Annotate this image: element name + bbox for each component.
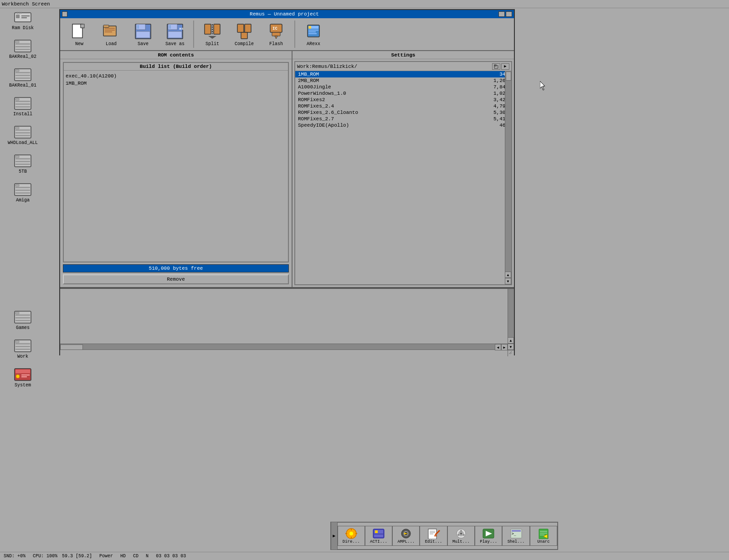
- svg-marker-90: [540, 81, 545, 90]
- path-text: Work:Remus/Blizkick/: [297, 64, 492, 69]
- svg-rect-59: [105, 31, 112, 32]
- unarc-label: Unarc: [537, 539, 549, 544]
- bakreal02-label: BAKReal_02: [9, 54, 36, 59]
- scroll-down-arrow[interactable]: ▼: [505, 278, 511, 284]
- desktop-icon-bakreal01[interactable]: BAKReal_01: [5, 67, 41, 88]
- file-item-speedyide[interactable]: SpeedyIDE(Apollo) 464: [295, 122, 511, 128]
- desktop-icon-system[interactable]: System: [5, 367, 41, 388]
- taskbar-item-play[interactable]: Play...: [475, 526, 502, 546]
- file-item-romfixes24[interactable]: ROMFixes_2.4 4,796: [295, 103, 511, 109]
- save-icon: [134, 22, 152, 41]
- rom-contents-panel: ROM contents Build list (Build order) ex…: [60, 51, 293, 287]
- svg-point-92: [349, 532, 353, 535]
- settings-header: Settings: [293, 51, 514, 59]
- desktop-icon-games[interactable]: Games: [5, 310, 41, 330]
- svg-rect-108: [430, 534, 433, 534]
- window-close-button[interactable]: [62, 11, 67, 17]
- new-button-label: New: [75, 41, 83, 46]
- dire-label: Dire...: [343, 539, 360, 544]
- svg-rect-23: [15, 129, 30, 131]
- svg-point-116: [457, 534, 459, 536]
- svg-rect-63: [136, 31, 150, 38]
- amiga-label: Amiga: [16, 198, 30, 203]
- svg-rect-124: [540, 533, 547, 534]
- mult-icon: [455, 528, 467, 539]
- toolbar-separator: [193, 21, 194, 48]
- file-item-powerwindows[interactable]: PowerWindows_1.0 1,020: [295, 90, 511, 97]
- build-item-1[interactable]: 1MB_ROM: [66, 80, 286, 87]
- bakreal02-icon: [14, 39, 32, 53]
- window-zoom-button[interactable]: [498, 11, 505, 17]
- desktop-icon-work[interactable]: Work: [5, 339, 41, 359]
- svg-rect-10: [15, 49, 30, 50]
- workbench-titlebar: Workbench Screen: [0, 0, 729, 8]
- svg-text:as: as: [179, 26, 184, 31]
- compile-button[interactable]: Compile: [229, 20, 260, 49]
- desktop-icon-install[interactable]: Install: [5, 96, 41, 117]
- file-name: PowerWindows_1.0: [298, 91, 346, 96]
- toolbar: New Load: [60, 18, 514, 51]
- split-icon: [203, 22, 221, 41]
- bakreal01-label: BAKReal_01: [9, 83, 36, 88]
- cd-status: CD: [133, 554, 139, 559]
- file-item-a1000jingle[interactable]: A1000Jingle 7,848: [295, 84, 511, 90]
- remus-window: Remus — Unnamed project New: [59, 9, 515, 355]
- file-name: 2MB_ROM: [298, 78, 319, 83]
- saveas-button[interactable]: as Save as: [159, 20, 190, 49]
- svg-rect-28: [15, 158, 30, 159]
- file-item-2mb-rom[interactable]: 2MB_ROM 1,264: [295, 77, 511, 84]
- taskbar-item-acti[interactable]: ACTI...: [365, 526, 392, 546]
- scroll-up-arrow[interactable]: ▲: [505, 272, 511, 278]
- svg-rect-26: [15, 127, 19, 129]
- desktop-icon-whdload[interactable]: WHDLoad_ALL: [5, 125, 41, 145]
- taskbar-item-edit[interactable]: Edit...: [420, 526, 447, 546]
- file-item-romfixes2[interactable]: ROMFixes2 3,428: [295, 97, 511, 103]
- taskbar-item-ampl[interactable]: AMPL...: [392, 526, 420, 546]
- svg-rect-46: [15, 341, 19, 343]
- file-name: ROMFixes_2.4: [298, 103, 334, 109]
- split-button[interactable]: Split: [197, 20, 228, 49]
- snd-status: SND: +0%: [4, 554, 26, 559]
- svg-rect-62: [137, 25, 139, 29]
- desktop-icon-ramdisk[interactable]: Ram Disk: [5, 10, 41, 31]
- flash-button[interactable]: IC Flash: [261, 20, 292, 49]
- taskbar-item-dire[interactable]: Dire...: [338, 526, 365, 546]
- hscroll-right-arrow[interactable]: ▶: [501, 344, 508, 350]
- desktop-icon-bakreal02[interactable]: BAKReal_02: [5, 39, 41, 59]
- save-button[interactable]: Save: [128, 20, 159, 49]
- build-item-0[interactable]: exec_40.10(A1200): [66, 72, 286, 80]
- path-parent-button[interactable]: [492, 63, 500, 70]
- load-button[interactable]: Load: [96, 20, 127, 49]
- bakreal01-icon: [14, 67, 32, 82]
- acti-label: ACTI...: [370, 539, 387, 544]
- bottom-text-area: ◀ ▶ ▲ ▼: [60, 288, 514, 356]
- vscroll-down-arrow[interactable]: ▼: [508, 344, 514, 350]
- taskbar-item-shel[interactable]: >_ Shel...: [502, 526, 529, 546]
- svg-point-49: [16, 375, 20, 378]
- remove-button[interactable]: Remove: [63, 274, 289, 284]
- taskbar-toggle[interactable]: ▶: [331, 522, 338, 550]
- new-icon: [70, 22, 88, 41]
- window-iconify-button[interactable]: [506, 11, 512, 17]
- file-item-1mb-rom[interactable]: 1MB_ROM 340: [295, 71, 511, 77]
- new-button[interactable]: New: [64, 20, 95, 49]
- svg-rect-50: [21, 375, 30, 375]
- vscroll-up-arrow[interactable]: ▲: [508, 337, 514, 344]
- mouse-cursor: [540, 81, 546, 92]
- desktop-icon-5tb[interactable]: 5TB: [5, 154, 41, 174]
- svg-rect-11: [15, 41, 19, 43]
- file-item-romfixes27[interactable]: ROMFixes_2.7 5,416: [295, 116, 511, 122]
- file-item-romfixes26[interactable]: ROMFixes_2.6_Cloanto 5,300: [295, 109, 511, 116]
- hscroll-left-arrow[interactable]: ◀: [495, 344, 501, 350]
- mult-label: Mult...: [452, 539, 470, 544]
- svg-rect-38: [15, 314, 30, 316]
- file-name: ROMFixes_2.7: [298, 116, 334, 122]
- taskbar-item-mult[interactable]: Mult...: [447, 526, 475, 546]
- arexx-button[interactable]: ARexx: [298, 20, 329, 49]
- statusbar: SND: +0% CPU: 100% 59.3 [59.2] Power HD …: [0, 552, 729, 560]
- path-right-button[interactable]: ▶: [501, 63, 509, 70]
- taskbar-item-unarc[interactable]: Unarc: [530, 526, 557, 546]
- svg-rect-8: [15, 43, 30, 45]
- desktop-icon-amiga[interactable]: Amiga: [5, 182, 41, 203]
- window-resize-grip[interactable]: [508, 350, 514, 356]
